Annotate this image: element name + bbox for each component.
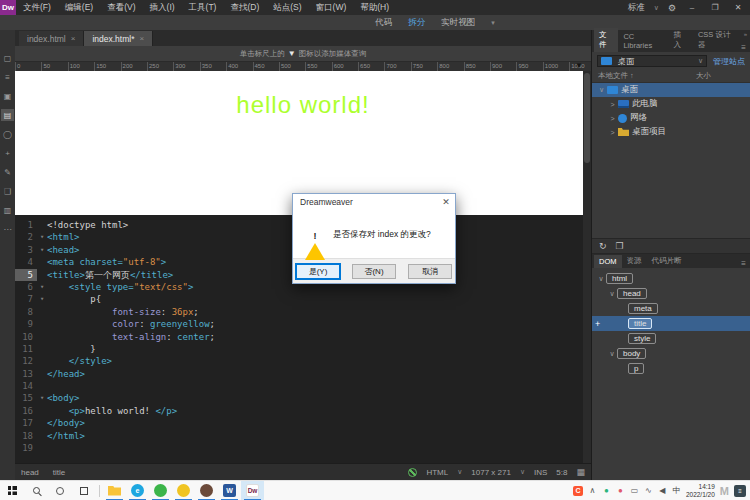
fold-icon[interactable]: ▾ [37, 392, 47, 404]
search-button[interactable] [24, 481, 48, 500]
dialog-titlebar[interactable]: Dreamweaver ✕ [293, 194, 455, 209]
tray-icon[interactable]: 中 [672, 486, 681, 496]
left-toolbar-icon[interactable]: ✎ [1, 166, 14, 178]
cortana-button[interactable] [48, 481, 72, 500]
menu-item[interactable]: 文件(F) [16, 0, 58, 15]
dom-tag-pill[interactable]: html [606, 273, 633, 284]
panel-menu-icon[interactable]: ≡ [741, 43, 750, 52]
left-toolbar-icon[interactable]: ▤ [1, 109, 14, 121]
code-line[interactable]: 13</head> [15, 368, 591, 380]
close-button[interactable]: ✕ [731, 3, 745, 12]
taskbar-app-button[interactable]: e [126, 481, 149, 500]
menu-item[interactable]: 编辑(E) [58, 0, 100, 15]
tray-icon[interactable]: ● [616, 486, 625, 496]
dom-tag-pill[interactable]: style [628, 333, 656, 344]
taskbar-app-button[interactable]: W [218, 481, 241, 500]
menu-item[interactable]: 窗口(W) [309, 0, 354, 15]
dom-panel-tab[interactable]: DOM [594, 255, 622, 268]
file-tree-row[interactable]: ∨ 桌面 [592, 83, 750, 97]
left-toolbar-icon[interactable]: ❑ [1, 185, 14, 197]
menu-item[interactable]: 站点(S) [266, 0, 308, 15]
left-toolbar-icon[interactable]: ▣ [1, 90, 14, 102]
left-toolbar-icon[interactable]: ◯ [1, 128, 14, 140]
tray-icon[interactable]: ▭ [630, 486, 639, 496]
view-mode-button[interactable]: 实时视图 [441, 17, 475, 29]
collapse-panels-icon[interactable]: » [744, 31, 747, 37]
tray-icon[interactable]: ◀ [658, 486, 667, 496]
document-tab[interactable]: index.html × [19, 31, 84, 46]
doctype-indicator[interactable]: HTML [426, 468, 448, 477]
code-line[interactable]: 9 color: greenyellow; [15, 318, 591, 330]
dom-tree-row[interactable]: + p [592, 361, 750, 376]
gear-icon[interactable]: ⚙ [668, 3, 676, 13]
workspace-switcher[interactable]: 标准 [628, 2, 645, 14]
taskbar-app-button[interactable] [103, 481, 126, 500]
panel-tab[interactable]: CSS 设计器 [693, 28, 741, 52]
fold-icon[interactable]: ▾ [37, 293, 47, 305]
chevron-down-icon[interactable]: ∨ [457, 468, 462, 476]
taskbar-app-button[interactable]: Dw [241, 481, 264, 500]
file-tree-row[interactable]: > 桌面项目 [592, 125, 750, 139]
task-view-button[interactable] [72, 481, 96, 500]
code-line[interactable]: 14 [15, 380, 591, 392]
dom-tag-pill[interactable]: p [628, 363, 644, 374]
panel-tab[interactable]: 文件 [594, 28, 618, 52]
tray-icon[interactable]: C [573, 486, 583, 496]
taskbar-clock[interactable]: 14:19 2022/1/20 [686, 483, 715, 499]
code-line[interactable]: 11 } [15, 343, 591, 355]
file-tree-row[interactable]: > 网络 [592, 111, 750, 125]
panel-menu-icon[interactable]: ≡ [741, 259, 750, 268]
start-button[interactable] [0, 481, 24, 500]
menu-item[interactable]: 工具(T) [182, 0, 224, 15]
dom-tree-row[interactable]: + title [592, 316, 750, 331]
scrollbar[interactable] [583, 71, 591, 463]
expander-icon[interactable]: ∨ [596, 86, 607, 94]
ruler[interactable]: 0 50 100 150 200 250 300 350 400 [15, 62, 591, 71]
dialog-button[interactable]: 否(N) [352, 264, 396, 279]
notification-center-icon[interactable]: ≡ [734, 485, 746, 497]
left-toolbar-icon[interactable]: ▢ [1, 52, 14, 64]
dom-panel-tab[interactable]: 资源 [622, 254, 647, 268]
panel-tab[interactable]: CC Libraries [618, 30, 668, 52]
view-mode-button[interactable]: 拆分 [408, 17, 425, 29]
dom-tag-pill[interactable]: meta [628, 303, 658, 314]
tray-icon[interactable]: ∿ [644, 486, 653, 496]
dom-tag-pill[interactable]: title [628, 318, 652, 329]
size-header[interactable]: 大小 [696, 71, 744, 81]
left-toolbar-icon[interactable]: ▥ [1, 204, 14, 216]
tray-icon[interactable]: ∧ [588, 486, 597, 496]
expander-icon[interactable]: > [607, 115, 618, 122]
file-tree-row[interactable]: > 此电脑 [592, 97, 750, 111]
dom-tree-row[interactable]: + meta [592, 301, 750, 316]
panel-tab[interactable]: 插入 [668, 28, 692, 52]
minimize-button[interactable]: – [685, 3, 699, 12]
menu-item[interactable]: 帮助(H) [353, 0, 396, 15]
local-files-header[interactable]: 本地文件 ↑ [598, 71, 696, 81]
add-element-icon[interactable]: + [595, 319, 600, 329]
document-tab[interactable]: index.html* × [84, 31, 153, 46]
menu-item[interactable]: 查找(D) [223, 0, 266, 15]
design-paragraph[interactable]: hello world! [15, 91, 591, 119]
taskbar-app-button[interactable] [172, 481, 195, 500]
tray-icon[interactable]: ● [602, 486, 611, 496]
code-line[interactable]: 8 font-size: 36px; [15, 306, 591, 318]
code-line[interactable]: 7▾ p{ [15, 293, 591, 305]
restore-button[interactable]: ❐ [708, 3, 722, 12]
expander-icon[interactable]: > [607, 101, 618, 108]
left-toolbar-icon[interactable]: ⋯ [1, 223, 14, 235]
dom-tree-row[interactable]: + style [592, 331, 750, 346]
media-query-handle-icon[interactable]: ▼ [575, 62, 583, 70]
expander-icon[interactable]: ∨ [607, 290, 617, 298]
menu-item[interactable]: 插入(I) [143, 0, 182, 15]
tab-close-icon[interactable]: × [71, 34, 76, 43]
code-line[interactable]: 16 <p>hello world! </p> [15, 405, 591, 417]
dom-tree-row[interactable]: + ∨ html [592, 271, 750, 286]
expander-icon[interactable]: > [607, 129, 618, 136]
code-line[interactable]: 18</html> [15, 430, 591, 442]
manage-sites-link[interactable]: 管理站点 [713, 56, 745, 67]
tag-selector[interactable]: head [21, 468, 39, 477]
dom-tag-pill[interactable]: head [617, 288, 647, 299]
keyboard-icon[interactable]: ▦ [576, 467, 585, 477]
dom-tree-row[interactable]: + ∨ body [592, 346, 750, 361]
taskbar-app-button[interactable] [195, 481, 218, 500]
